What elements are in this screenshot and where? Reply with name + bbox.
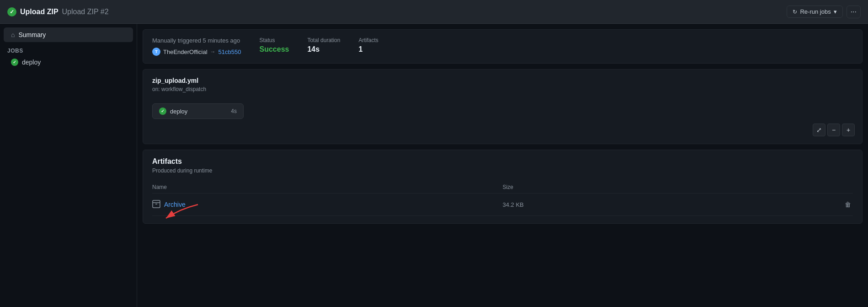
rerun-chevron-icon: ▾ xyxy=(834,8,837,15)
duration-label: Total duration xyxy=(307,37,340,43)
artifacts-card: Artifacts Produced during runtime Name S… xyxy=(143,150,863,224)
artifact-name-cell: Archive xyxy=(152,194,503,216)
job-badge-left: deploy xyxy=(159,108,187,115)
top-header: Upload ZIP Upload ZIP #2 ↻ Re-run jobs ▾… xyxy=(0,0,868,24)
job-badge-success-icon xyxy=(159,108,166,115)
artifacts-title: Artifacts xyxy=(152,157,853,166)
main-layout: ⌂ Summary Jobs deploy Manually triggered… xyxy=(0,24,868,307)
header-right: ↻ Re-run jobs ▾ ··· xyxy=(787,5,861,18)
table-row: Archive 34.2 KB 🗑 xyxy=(152,194,853,216)
name-column-header: Name xyxy=(152,181,503,194)
rerun-jobs-button[interactable]: ↻ Re-run jobs ▾ xyxy=(787,5,842,18)
info-card-top: Manually triggered 5 minutes ago T TheEn… xyxy=(152,37,853,56)
duration-value: 14s xyxy=(307,45,340,54)
success-check-icon xyxy=(7,7,16,16)
artifacts-subtitle: Produced during runtime xyxy=(152,167,853,174)
artifact-name-inner: Archive xyxy=(152,200,503,210)
artifacts-table: Name Size xyxy=(152,181,853,216)
home-icon: ⌂ xyxy=(11,31,15,38)
more-icon: ··· xyxy=(851,8,857,16)
job-badge-time: 4s xyxy=(231,108,237,114)
duration-group: Total duration 14s xyxy=(307,37,340,54)
artifacts-count-group: Artifacts 1 xyxy=(358,37,378,54)
zoom-in-icon: + xyxy=(847,126,850,134)
rerun-icon: ↻ xyxy=(793,9,797,15)
artifacts-count-label: Artifacts xyxy=(358,37,378,43)
status-label: Status xyxy=(259,37,289,43)
delete-icon: 🗑 xyxy=(845,201,851,208)
workflow-trigger: on: workflow_dispatch xyxy=(152,86,853,92)
archive-icon xyxy=(152,200,160,208)
trigger-text: Manually triggered 5 minutes ago xyxy=(152,37,241,44)
zoom-fit-icon: ⤢ xyxy=(816,126,822,134)
job-badge-name: deploy xyxy=(170,108,187,115)
info-trigger-group: Manually triggered 5 minutes ago T TheEn… xyxy=(152,37,241,56)
deploy-label: deploy xyxy=(22,59,41,66)
content-area: Manually triggered 5 minutes ago T TheEn… xyxy=(137,24,868,307)
artifact-size-cell: 34.2 KB xyxy=(503,194,713,216)
rerun-label: Re-run jobs xyxy=(800,8,831,15)
header-title-bold: Upload ZIP xyxy=(20,8,59,16)
zoom-out-button[interactable]: − xyxy=(827,124,840,136)
zoom-out-icon: − xyxy=(832,126,836,134)
actions-column-header xyxy=(713,181,853,194)
workflow-filename: zip_upload.yml xyxy=(152,77,853,84)
more-options-button[interactable]: ··· xyxy=(847,5,861,18)
status-group: Status Success xyxy=(259,37,289,54)
zoom-fit-button[interactable]: ⤢ xyxy=(813,124,825,136)
commit-arrow-icon: → xyxy=(210,48,216,55)
job-deploy-badge[interactable]: deploy 4s xyxy=(152,103,244,119)
sidebar: ⌂ Summary Jobs deploy xyxy=(0,24,137,307)
artifact-archive-link[interactable]: Archive xyxy=(164,201,186,208)
header-left: Upload ZIP Upload ZIP #2 xyxy=(7,7,109,16)
user-avatar: T xyxy=(152,48,160,56)
artifact-delete-button[interactable]: 🗑 xyxy=(843,199,853,210)
user-name: TheEnderOfficial xyxy=(163,48,208,55)
commit-hash[interactable]: 51cb550 xyxy=(218,48,241,55)
artifact-actions-cell: 🗑 xyxy=(713,194,853,216)
workflow-card: zip_upload.yml on: workflow_dispatch dep… xyxy=(143,69,863,144)
artifacts-table-header: Name Size xyxy=(152,181,853,194)
sidebar-item-deploy[interactable]: deploy xyxy=(4,56,133,69)
status-value: Success xyxy=(259,45,289,54)
info-user-row: T TheEnderOfficial → 51cb550 xyxy=(152,48,241,56)
zoom-controls: ⤢ − + xyxy=(813,124,855,136)
artifacts-count-value: 1 xyxy=(358,45,378,54)
deploy-success-icon xyxy=(11,59,18,66)
sidebar-item-summary[interactable]: ⌂ Summary xyxy=(4,27,133,42)
workflow-jobs: deploy 4s xyxy=(152,100,853,136)
size-column-header: Size xyxy=(503,181,713,194)
header-title-regular: Upload ZIP #2 xyxy=(62,8,109,16)
sidebar-jobs-section: Jobs xyxy=(0,44,137,56)
info-card: Manually triggered 5 minutes ago T TheEn… xyxy=(143,29,863,64)
sidebar-summary-label: Summary xyxy=(18,31,46,38)
artifact-size-value: 34.2 KB xyxy=(503,201,524,208)
zoom-in-button[interactable]: + xyxy=(842,124,855,136)
